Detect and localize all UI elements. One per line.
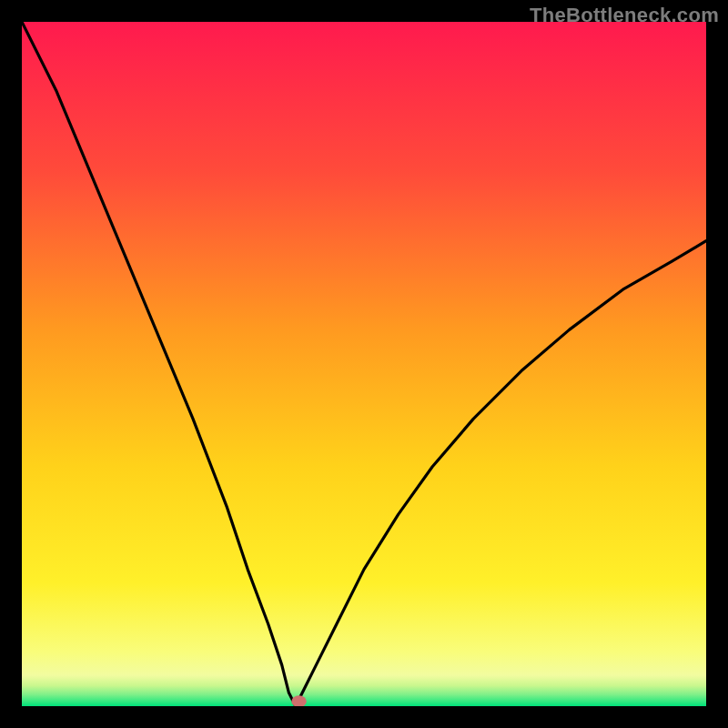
gradient-background	[22, 22, 706, 706]
chart-frame: { "watermark": "TheBottleneck.com", "cha…	[0, 0, 728, 728]
bottleneck-chart	[22, 22, 706, 706]
plot-area	[22, 22, 706, 706]
